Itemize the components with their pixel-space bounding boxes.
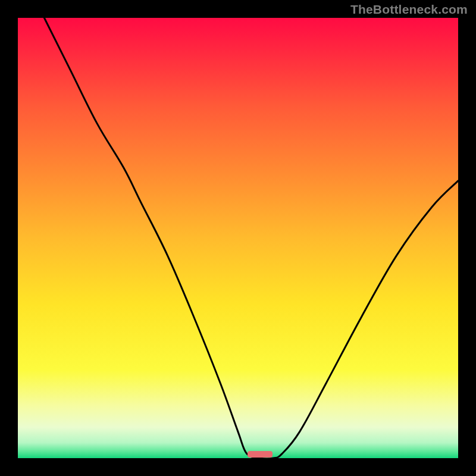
gradient-background bbox=[18, 18, 458, 458]
watermark-text: TheBottleneck.com bbox=[350, 2, 468, 17]
chart-svg bbox=[18, 18, 458, 458]
bottleneck-chart bbox=[18, 18, 458, 458]
chart-frame: TheBottleneck.com bbox=[0, 0, 476, 476]
target-marker bbox=[248, 451, 273, 458]
